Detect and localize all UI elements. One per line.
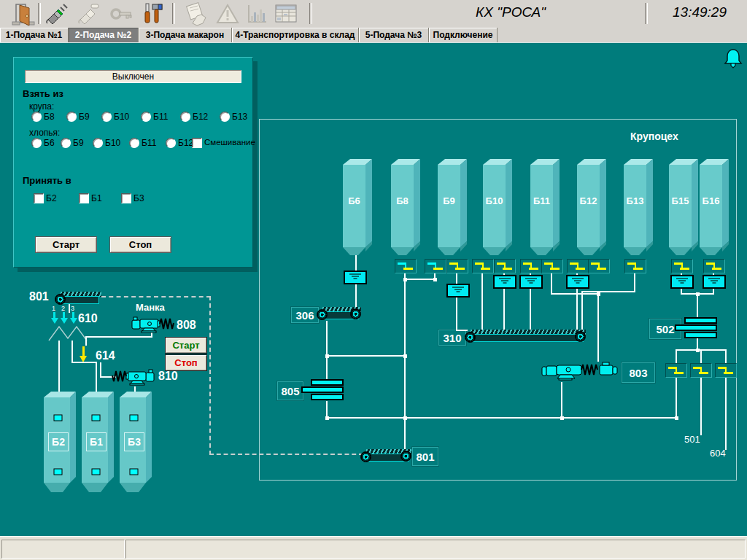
level-indicator-icon[interactable] <box>566 275 589 289</box>
hlopya-radio-б11[interactable] <box>129 138 139 148</box>
conveyor-310[interactable] <box>467 330 584 342</box>
disconnect-button[interactable] <box>74 1 104 26</box>
plug-disconnect-icon <box>77 1 101 26</box>
route-arrowhead <box>70 318 77 327</box>
pipe-line <box>581 292 583 330</box>
slide-gate-valve-icon[interactable] <box>520 259 542 273</box>
krupa-radio-б13[interactable] <box>220 112 230 122</box>
screw-conveyor-803[interactable] <box>541 361 619 385</box>
krupa-radio-label: Б13 <box>232 112 247 122</box>
tab-bar: 1-Подача №1 2-Подача №2 3-Подача макарон… <box>0 28 747 42</box>
hlopya-radio-б10[interactable] <box>93 138 103 148</box>
hlopya-radio-label: Б11 <box>142 138 156 148</box>
accept-checkbox-б3[interactable] <box>121 193 131 203</box>
silo-label: Б10 <box>483 195 506 206</box>
level-indicator-icon[interactable] <box>703 275 726 289</box>
silo-label: Б3 <box>124 432 144 451</box>
route-501-label: 501 <box>684 434 700 445</box>
toolbar-separator <box>172 3 175 24</box>
slide-gate-valve-icon[interactable] <box>715 363 737 378</box>
krupa-radio-label: Б8 <box>44 112 55 122</box>
alarm-bell-icon[interactable] <box>724 48 743 73</box>
slide-gate-valve-icon[interactable] <box>671 259 693 273</box>
exit-button[interactable] <box>9 1 38 26</box>
connect-button[interactable] <box>42 1 71 26</box>
alarm-button[interactable] <box>213 1 242 26</box>
slide-gate-valve-icon[interactable] <box>472 259 494 273</box>
slide-gate-valve-icon[interactable] <box>588 259 610 273</box>
tab-podacha-1[interactable]: 1-Подача №1 <box>0 28 69 42</box>
pipe-junction <box>597 292 600 296</box>
screw-conveyor-808[interactable] <box>131 314 177 338</box>
level-indicator-icon[interactable] <box>493 275 516 289</box>
pipe-line <box>725 378 727 450</box>
sifter-805[interactable] <box>301 379 344 401</box>
toolbar-separator <box>309 3 312 24</box>
key-button[interactable] <box>107 1 136 26</box>
krupa-radio-б8[interactable] <box>31 112 42 122</box>
mixing-checkbox[interactable] <box>192 138 202 148</box>
pipe-line <box>326 355 406 357</box>
acknowledge-button[interactable] <box>181 1 210 26</box>
stop-button[interactable]: Стоп <box>109 236 171 253</box>
slide-gate-valve-icon[interactable] <box>703 259 725 273</box>
pipe-line <box>581 291 635 292</box>
conveyor-306[interactable] <box>319 307 359 319</box>
take-from-label: Взять из <box>23 88 63 99</box>
krupa-radio-б9[interactable] <box>66 112 77 122</box>
hlopya-radio-label: Б6 <box>44 138 55 148</box>
start-button[interactable]: Старт <box>35 236 97 253</box>
tools-button[interactable] <box>137 1 166 26</box>
pipe-line <box>456 273 457 284</box>
slide-gate-valve-icon[interactable] <box>494 259 516 273</box>
tab-makarony[interactable]: 3-Подача макарон <box>139 28 232 42</box>
level-indicator-icon[interactable] <box>446 284 470 298</box>
slide-gate-valve-icon[interactable] <box>624 259 646 273</box>
status-cell-left <box>1 540 125 559</box>
trends-button[interactable] <box>242 1 271 26</box>
hlopya-radio-б9[interactable] <box>61 138 71 148</box>
report-button[interactable] <box>271 1 301 26</box>
tab-podacha-3[interactable]: 5-Подача №3 <box>359 28 429 42</box>
route-arrow-icon[interactable] <box>72 312 74 318</box>
krupa-radio-б10[interactable] <box>101 112 112 122</box>
splitter-610-icon[interactable] <box>48 325 88 345</box>
tab-podacha-2[interactable]: 2-Подача №2 <box>69 28 139 42</box>
gate-614-arrow-icon[interactable] <box>82 346 85 356</box>
pipe-line <box>355 255 357 271</box>
local-start-button[interactable]: Старт <box>165 337 207 354</box>
conveyor-801-left[interactable] <box>57 292 99 304</box>
krupa-radio-б12[interactable] <box>180 112 190 122</box>
slide-gate-valve-icon[interactable] <box>425 259 446 273</box>
silo-label: Б9 <box>438 195 460 206</box>
hlopya-radio-б6[interactable] <box>31 138 42 148</box>
screw-803-label: 803 <box>621 362 656 384</box>
silo-label: Б11 <box>530 195 553 206</box>
conveyor-801-main[interactable] <box>363 449 409 462</box>
slide-gate-valve-icon[interactable] <box>395 259 417 273</box>
accept-checkbox-б1[interactable] <box>79 193 89 203</box>
hlopya-radio-label: Б10 <box>105 138 120 148</box>
route-number: 2 <box>61 305 65 312</box>
slide-gate-valve-icon[interactable] <box>567 259 589 273</box>
pipe-junction <box>696 292 700 296</box>
hlopya-radio-б12[interactable] <box>166 138 176 148</box>
accept-checkbox-б2[interactable] <box>34 193 44 203</box>
local-stop-button[interactable]: Стоп <box>165 354 207 371</box>
slide-gate-valve-icon[interactable] <box>690 363 712 378</box>
sifter-502[interactable] <box>675 317 717 339</box>
level-indicator-icon[interactable] <box>519 275 543 289</box>
screw-conveyor-810[interactable] <box>109 367 155 390</box>
slide-gate-valve-icon[interactable] <box>541 259 563 273</box>
tab-connection[interactable]: Подключение <box>429 28 498 42</box>
level-indicator-icon[interactable] <box>344 271 367 284</box>
slide-gate-valve-icon[interactable] <box>665 363 687 378</box>
tab-transport[interactable]: 4-Транспортировка в склад <box>232 28 359 42</box>
route-arrow-icon[interactable] <box>63 312 65 318</box>
level-indicator-icon[interactable] <box>670 275 694 289</box>
report-table-icon <box>273 1 299 26</box>
route-arrow-icon[interactable] <box>53 312 55 318</box>
slide-gate-valve-icon[interactable] <box>446 259 468 273</box>
silo-label: Б13 <box>624 195 646 206</box>
krupa-radio-б11[interactable] <box>141 112 151 122</box>
